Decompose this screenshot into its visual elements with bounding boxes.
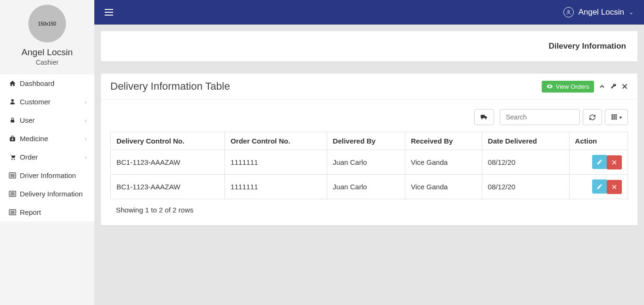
- medkit-icon: [8, 135, 16, 142]
- svg-rect-11: [615, 114, 617, 116]
- column-header[interactable]: Action: [569, 132, 627, 150]
- nav: DashboardCustomer‹User‹Medicine‹Order‹Dr…: [0, 74, 94, 221]
- svg-rect-16: [613, 118, 615, 119]
- sidebar-item-label: Dashboard: [20, 79, 54, 87]
- cell-order_no: 1111111: [224, 175, 327, 199]
- eye-icon: [546, 83, 553, 90]
- svg-rect-9: [611, 114, 613, 116]
- panel: Delivery Information Table View Orders: [101, 74, 637, 225]
- sidebar-item-medicine[interactable]: Medicine‹: [0, 129, 94, 148]
- panel-tools: View Orders: [542, 81, 628, 93]
- sidebar-item-order[interactable]: Order‹: [0, 148, 94, 166]
- svg-point-0: [11, 99, 13, 102]
- cell-date: 08/12/20: [482, 150, 569, 175]
- topbar-user-name: Angel Locsin: [578, 8, 624, 17]
- cell-action: [569, 175, 627, 199]
- cell-delivery_no: BC1-1123-AAAZAW: [111, 150, 225, 175]
- x-icon: [611, 184, 617, 190]
- sidebar-item-driver-information[interactable]: Driver Information: [0, 166, 94, 185]
- hamburger-icon: [105, 9, 113, 16]
- wrench-icon[interactable]: [610, 83, 617, 90]
- sidebar: 150x150 Angel Locsin Cashier DashboardCu…: [0, 0, 94, 305]
- edit-icon: [596, 159, 603, 165]
- chevron-left-icon: ‹: [85, 99, 87, 105]
- column-header[interactable]: Delivery Control No.: [111, 132, 225, 150]
- refresh-icon: [589, 114, 596, 121]
- column-header[interactable]: Date Delivered: [482, 132, 569, 150]
- list-icon: [8, 172, 16, 178]
- sidebar-item-customer[interactable]: Customer‹: [0, 93, 94, 111]
- list-icon: [8, 209, 16, 215]
- sidebar-item-label: Customer: [20, 98, 50, 106]
- sidebar-item-delivery-information[interactable]: Delivery Information: [0, 185, 94, 203]
- cart-icon: [8, 153, 16, 161]
- user-menu[interactable]: Angel Locsin ⌄: [563, 7, 634, 17]
- cell-action: [569, 150, 627, 175]
- columns-button[interactable]: ▾: [605, 109, 628, 125]
- cell-received_by: Vice Ganda: [405, 150, 482, 175]
- sidebar-item-user[interactable]: User‹: [0, 111, 94, 129]
- chevron-down-icon: ⌄: [629, 9, 634, 16]
- topbar: Angel Locsin ⌄: [94, 0, 644, 25]
- sidebar-item-report[interactable]: Report: [0, 203, 94, 221]
- sidebar-item-dashboard[interactable]: Dashboard: [0, 74, 94, 93]
- sidebar-item-label: Delivery Information: [20, 190, 83, 198]
- avatar: 150x150: [28, 5, 66, 42]
- table-footer: Showing 1 to 2 of 2 rows: [110, 199, 628, 216]
- cell-delivered_by: Juan Carlo: [327, 150, 405, 175]
- search-input[interactable]: [506, 113, 574, 121]
- svg-rect-14: [615, 116, 617, 118]
- caret-down-icon: ▾: [619, 115, 622, 120]
- edit-icon: [596, 183, 603, 190]
- delivery-table: Delivery Control No.Order Control No.Del…: [110, 132, 628, 199]
- list-icon: [8, 191, 16, 197]
- panel-head: Delivery Information Table View Orders: [101, 74, 637, 100]
- delete-button[interactable]: [607, 155, 622, 169]
- view-orders-label: View Orders: [556, 83, 589, 90]
- grid-icon: [611, 114, 618, 120]
- column-header[interactable]: Received By: [405, 132, 482, 150]
- edit-button[interactable]: [592, 155, 607, 169]
- svg-rect-13: [613, 116, 615, 118]
- cell-received_by: Vice Ganda: [405, 175, 482, 199]
- view-orders-button[interactable]: View Orders: [542, 81, 594, 93]
- table-toolbar: ▾: [110, 109, 628, 125]
- chevron-left-icon: ‹: [85, 118, 87, 123]
- sidebar-item-label: Medicine: [20, 135, 48, 143]
- truck-filter-button[interactable]: [474, 109, 494, 125]
- table-row: BC1-1123-AAAZAW1111111Juan CarloVice Gan…: [111, 150, 628, 175]
- breadcrumb: Dilevery Information: [101, 31, 637, 61]
- close-icon[interactable]: [621, 83, 628, 90]
- search-input-wrap: [500, 109, 580, 125]
- column-header[interactable]: Order Control No.: [224, 132, 327, 150]
- cell-order_no: 1111111: [224, 150, 327, 175]
- svg-point-3: [11, 159, 13, 160]
- delete-button[interactable]: [607, 180, 622, 194]
- truck-icon: [480, 114, 488, 120]
- panel-title: Delivery Information Table: [110, 80, 230, 93]
- svg-rect-1: [10, 119, 14, 122]
- cell-date: 08/12/20: [482, 175, 569, 199]
- svg-point-8: [568, 10, 570, 12]
- svg-rect-10: [613, 114, 615, 116]
- collapse-icon[interactable]: [599, 83, 605, 90]
- chevron-left-icon: ‹: [85, 154, 87, 160]
- home-icon: [8, 80, 16, 87]
- refresh-button[interactable]: [583, 109, 602, 125]
- sidebar-item-label: User: [20, 116, 35, 124]
- x-icon: [611, 160, 617, 165]
- sidebar-item-label: Report: [20, 208, 41, 216]
- sidebar-item-label: Driver Information: [20, 171, 76, 179]
- svg-rect-17: [615, 118, 617, 119]
- edit-button[interactable]: [592, 179, 607, 194]
- svg-point-4: [14, 159, 15, 160]
- chevron-left-icon: ‹: [85, 136, 87, 142]
- user-icon: [8, 98, 16, 105]
- svg-rect-12: [611, 116, 613, 118]
- cell-delivered_by: Juan Carlo: [327, 175, 405, 199]
- lock-icon: [8, 117, 16, 124]
- column-header[interactable]: Delivered By: [327, 132, 405, 150]
- table-row: BC1-1123-AAAZAW1111111Juan CarloVice Gan…: [111, 175, 628, 199]
- cell-delivery_no: BC1-1123-AAAZAW: [111, 175, 225, 199]
- menu-toggle-button[interactable]: [105, 9, 113, 16]
